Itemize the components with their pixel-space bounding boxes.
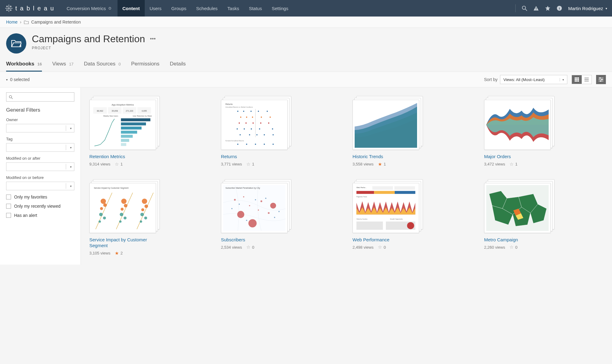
workbook-card[interactable]: Historic Trends 3,558 views ★ 1	[353, 96, 472, 167]
tableau-logo[interactable]: tableau	[5, 4, 57, 12]
breadcrumb-home[interactable]: Home	[6, 20, 17, 24]
page-subtitle: PROJECT	[32, 46, 156, 50]
site-picker[interactable]: Conversion Metrics ⊙	[67, 6, 111, 11]
workbook-card[interactable]: Service Impact by Customer Segment Servi…	[89, 179, 209, 256]
tab-views[interactable]: Views 17	[52, 61, 74, 71]
workbook-title[interactable]: Returns	[221, 154, 291, 160]
workbook-card[interactable]: Metro Campaign 2,260 views ☆ 0	[484, 179, 603, 256]
tab-permissions[interactable]: Permissions	[131, 61, 159, 71]
workbook-card[interactable]: Major Orders 3,472 views ☆ 1	[484, 96, 603, 167]
workbook-title[interactable]: Retention Metrics	[89, 154, 160, 160]
svg-point-115	[140, 220, 142, 223]
filter-search[interactable]	[6, 92, 74, 102]
star-icon[interactable]: ☆	[246, 162, 250, 167]
user-menu[interactable]: Martin Rodriguez ▾	[568, 6, 607, 11]
svg-point-126	[249, 205, 250, 206]
check-has-alert[interactable]: Has an alert	[6, 213, 74, 218]
filter-modified-after-dropdown[interactable]	[6, 162, 74, 171]
workbook-card[interactable]: Returns Annualized Returns vs. Market Co…	[221, 96, 340, 167]
workbook-title[interactable]: Metro Campaign	[484, 237, 554, 243]
svg-point-103	[121, 208, 124, 211]
svg-point-62	[258, 111, 259, 112]
check-only-favorites[interactable]: Only my favorites	[6, 195, 74, 199]
star-icon[interactable]: ☆	[378, 244, 382, 250]
breadcrumb: Home › Campaigns and Retention	[0, 17, 612, 28]
grid-view-icon[interactable]	[572, 75, 582, 84]
workbook-meta: 9,314 views ☆ 1	[89, 162, 209, 167]
nav-schedules[interactable]: Schedules	[191, 0, 222, 17]
star-icon[interactable]: ★	[378, 162, 382, 167]
selection-dropdown[interactable]: ▾ 0 selected	[6, 77, 30, 82]
tab-data-sources[interactable]: Data Sources 0	[84, 61, 121, 71]
page-header: Campaigns and Retention ••• PROJECT	[0, 28, 612, 54]
workbook-card[interactable]: Subscriber Market Penetration by City Su…	[221, 179, 340, 256]
svg-point-119	[248, 219, 257, 227]
star-icon[interactable]: ☆	[246, 244, 250, 250]
svg-point-100	[100, 207, 103, 210]
svg-point-65	[246, 117, 247, 118]
svg-point-102	[124, 204, 128, 207]
star-icon[interactable]: ★	[115, 251, 119, 256]
workbook-thumbnail[interactable]: Web Perfor... Pageview Trend Visits by C…	[353, 179, 423, 233]
star-icon[interactable]: ☆	[509, 244, 513, 250]
list-view-icon[interactable]	[582, 75, 591, 84]
favorites-icon[interactable]	[545, 6, 550, 11]
filter-search-input[interactable]	[15, 95, 72, 99]
workbook-thumbnail[interactable]: App Adoption Metrics 88,902 35,658 271,3…	[89, 96, 160, 150]
svg-point-73	[268, 122, 269, 124]
svg-point-72	[260, 122, 261, 124]
svg-point-31	[602, 79, 603, 80]
tabs: Workbooks 16 Views 17 Data Sources 0 Per…	[0, 54, 612, 72]
svg-rect-52	[121, 135, 132, 138]
site-name: Conversion Metrics	[67, 6, 106, 11]
nav-groups[interactable]: Groups	[166, 0, 191, 17]
tab-workbooks[interactable]: Workbooks 16	[6, 61, 42, 72]
sort-dropdown[interactable]: Views: All (Most–Least) ▾	[500, 75, 567, 84]
svg-rect-17	[576, 77, 577, 79]
star-icon[interactable]: ☆	[509, 162, 513, 167]
filter-tag-dropdown[interactable]	[6, 143, 74, 152]
filter-label-modified-before: Modified on or before	[6, 175, 74, 180]
workbook-thumbnail[interactable]	[484, 96, 554, 150]
nav-content[interactable]: Content	[118, 0, 145, 17]
svg-rect-51	[121, 131, 137, 134]
logo-text: tableau	[15, 5, 57, 12]
workbook-title[interactable]: Major Orders	[484, 154, 554, 160]
workbook-card[interactable]: App Adoption Metrics 88,902 35,658 271,3…	[89, 96, 209, 167]
workbook-thumbnail[interactable]: Subscriber Market Penetration by City	[221, 179, 291, 233]
workbook-thumbnail[interactable]: Returns Annualized Returns vs. Market Co…	[221, 96, 291, 150]
more-actions-icon[interactable]: •••	[150, 36, 156, 42]
tab-details[interactable]: Details	[170, 61, 186, 71]
check-only-recent[interactable]: Only my recently viewed	[6, 204, 74, 209]
workbook-fav-count: 0	[515, 245, 517, 250]
workbook-title[interactable]: Web Performance	[353, 237, 423, 243]
svg-point-110	[120, 213, 123, 216]
workbook-meta: 2,498 views ☆ 0	[353, 244, 472, 250]
filters-toggle-icon[interactable]	[596, 75, 606, 84]
info-icon[interactable]: i	[557, 6, 562, 11]
workbook-title[interactable]: Service Impact by Customer Segment	[89, 237, 160, 249]
filter-modified-before-dropdown[interactable]	[6, 182, 74, 190]
nav-tasks[interactable]: Tasks	[222, 0, 244, 17]
nav-status[interactable]: Status	[244, 0, 267, 17]
nav-users[interactable]: Users	[145, 0, 166, 17]
workbook-title[interactable]: Historic Trends	[353, 154, 423, 160]
alerts-icon[interactable]	[533, 6, 539, 11]
svg-text:Forward Annualized Returns: Forward Annualized Returns	[226, 140, 244, 142]
star-icon[interactable]: ☆	[115, 162, 119, 167]
workbook-thumbnail[interactable]: Service Impact by Customer Segment	[89, 179, 160, 233]
page-title: Campaigns and Retention •••	[32, 33, 156, 45]
svg-text:Visits by Country: Visits by Country	[356, 218, 368, 220]
workbook-card[interactable]: Web Perfor... Pageview Trend Visits by C…	[353, 179, 472, 256]
filter-owner-dropdown[interactable]	[6, 124, 74, 132]
workbook-thumbnail[interactable]	[484, 179, 554, 233]
svg-point-78	[272, 128, 273, 130]
caret-down-icon: ▾	[560, 78, 564, 81]
nav-settings[interactable]: Settings	[267, 0, 293, 17]
svg-rect-140	[395, 191, 415, 194]
svg-rect-53	[121, 139, 129, 142]
workbook-thumbnail[interactable]	[353, 96, 423, 150]
svg-point-61	[250, 111, 252, 112]
search-icon[interactable]	[522, 6, 527, 11]
workbook-title[interactable]: Subscribers	[221, 237, 291, 243]
